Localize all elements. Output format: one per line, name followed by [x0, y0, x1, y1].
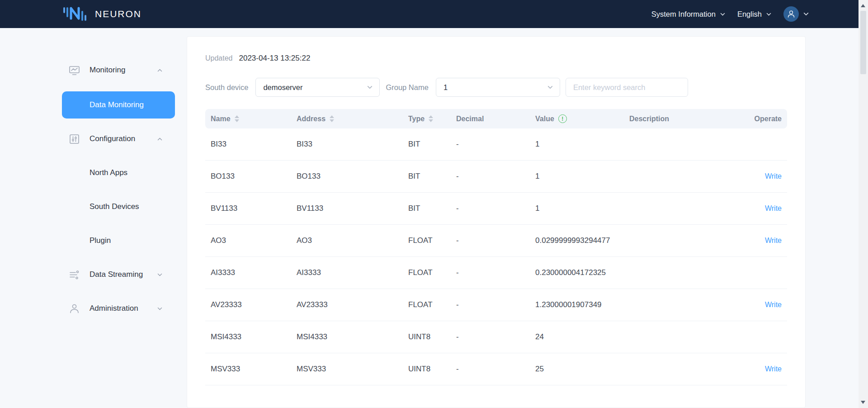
cell-address: BV1133 [291, 204, 403, 213]
cell-address: BO133 [291, 172, 403, 181]
column-header-operate: Operate [741, 115, 787, 123]
neuron-logo: NEURON [62, 5, 142, 24]
cell-name: MSV333 [205, 365, 291, 374]
sidebar: Monitoring Data Monitoring Configuration [0, 28, 187, 408]
data-table: Name Address Type Decimal [205, 109, 787, 385]
cell-type: BIT [403, 140, 451, 149]
cell-type: BIT [403, 204, 451, 213]
cell-value: 0.230000004172325 [530, 268, 624, 277]
top-navbar: NEURON System Information English [0, 0, 868, 28]
write-link[interactable]: Write [765, 172, 782, 180]
sidebar-item-plugin[interactable]: Plugin [0, 228, 187, 253]
sidebar-item-label: Monitoring [90, 66, 125, 75]
chevron-up-icon [157, 136, 163, 142]
sidebar-item-data-monitoring[interactable]: Data Monitoring [62, 91, 175, 119]
write-link[interactable]: Write [765, 301, 782, 309]
system-information-label: System Information [651, 10, 716, 19]
sidebar-item-monitoring[interactable]: Monitoring [0, 57, 187, 83]
updated-row: Updated 2023-04-13 13:25:22 [205, 54, 787, 63]
sidebar-item-label: Configuration [90, 134, 135, 143]
monitoring-icon [68, 64, 80, 76]
group-name-select[interactable]: 1 [436, 78, 560, 97]
column-header-decimal: Decimal [451, 115, 530, 123]
cell-decimal: - [451, 204, 530, 213]
south-device-value: demoserver [263, 83, 302, 92]
cell-type: FLOAT [403, 300, 451, 309]
keyword-search-input[interactable] [566, 78, 688, 97]
language-menu[interactable]: English [737, 10, 772, 19]
main-content: Updated 2023-04-13 13:25:22 South device… [187, 28, 868, 408]
cell-value: 0.0299999993294477 [530, 236, 624, 245]
table-row: BI33 BI33 BIT - 1 [205, 128, 787, 161]
cell-name: MSI4333 [205, 332, 291, 342]
sidebar-item-label: North Apps [90, 168, 127, 177]
sidebar-item-south-devices[interactable]: South Devices [0, 194, 187, 219]
user-menu-toggle[interactable] [799, 11, 809, 17]
page-scrollbar[interactable] [859, 0, 868, 408]
chevron-down-icon [157, 306, 163, 312]
cell-name: AV23333 [205, 300, 291, 309]
table-row: MSV333 MSV333 UINT8 - 25 Write [205, 353, 787, 385]
system-information-menu[interactable]: System Information [651, 10, 726, 19]
cell-value: 24 [530, 332, 624, 342]
cell-name: AO3 [205, 236, 291, 245]
write-link[interactable]: Write [765, 237, 782, 245]
column-header-value: Value [530, 114, 624, 123]
group-name-label: Group Name [386, 83, 428, 92]
cell-value: 1 [530, 172, 624, 181]
cell-value: 1 [530, 204, 624, 213]
updated-label: Updated [205, 54, 233, 62]
chevron-up-icon [157, 67, 163, 73]
sidebar-item-data-streaming[interactable]: Data Streaming [0, 262, 187, 287]
chevron-down-icon [766, 11, 772, 17]
table-row: MSI4333 MSI4333 UINT8 - 24 [205, 321, 787, 353]
write-link[interactable]: Write [765, 204, 782, 213]
sidebar-item-label: Administration [90, 304, 138, 313]
value-info-icon[interactable] [558, 114, 567, 123]
chevron-down-icon [803, 11, 809, 17]
brand-title: NEURON [95, 9, 142, 19]
cell-address: AI3333 [291, 268, 403, 277]
scrollbar-up-icon[interactable] [861, 4, 865, 7]
column-header-type[interactable]: Type [403, 115, 451, 123]
chevron-down-icon [720, 11, 726, 17]
sort-icon[interactable] [235, 115, 239, 122]
cell-decimal: - [451, 365, 530, 374]
sidebar-item-north-apps[interactable]: North Apps [0, 160, 187, 185]
cell-address: AV23333 [291, 300, 403, 309]
cell-address: BI33 [291, 140, 403, 149]
user-avatar[interactable] [783, 6, 799, 22]
neuron-logo-icon [62, 5, 88, 24]
sidebar-item-administration[interactable]: Administration [0, 296, 187, 321]
table-row: AI3333 AI3333 FLOAT - 0.230000004172325 [205, 257, 787, 289]
cell-address: MSI4333 [291, 332, 403, 342]
chevron-down-icon [367, 84, 373, 90]
cell-address: MSV333 [291, 365, 403, 374]
sidebar-item-configuration[interactable]: Configuration [0, 126, 187, 152]
sort-icon[interactable] [330, 115, 334, 122]
table-header-row: Name Address Type Decimal [205, 109, 787, 128]
content-card: Updated 2023-04-13 13:25:22 South device… [187, 36, 806, 408]
chevron-down-icon [157, 272, 163, 278]
write-link[interactable]: Write [765, 365, 782, 373]
language-label: English [737, 10, 762, 19]
scrollbar-thumb[interactable] [860, 11, 866, 74]
scrollbar-down-icon[interactable] [861, 401, 865, 404]
sort-icon[interactable] [429, 115, 433, 122]
configuration-icon [68, 133, 80, 145]
cell-decimal: - [451, 332, 530, 342]
cell-name: BO133 [205, 172, 291, 181]
column-header-address[interactable]: Address [291, 115, 403, 123]
cell-decimal: - [451, 172, 530, 181]
updated-timestamp: 2023-04-13 13:25:22 [239, 54, 311, 63]
cell-type: UINT8 [403, 365, 451, 374]
table-row: BV1133 BV1133 BIT - 1 Write [205, 193, 787, 225]
table-row: BO133 BO133 BIT - 1 Write [205, 161, 787, 193]
column-header-name[interactable]: Name [205, 115, 291, 123]
south-device-select[interactable]: demoserver [255, 78, 380, 97]
chevron-down-icon [547, 84, 553, 90]
sidebar-item-label: Data Streaming [90, 270, 143, 279]
sidebar-item-label: South Devices [90, 202, 139, 211]
cell-name: BI33 [205, 140, 291, 149]
table-body: BI33 BI33 BIT - 1 BO133 BO133 BIT - 1 Wr… [205, 128, 787, 385]
